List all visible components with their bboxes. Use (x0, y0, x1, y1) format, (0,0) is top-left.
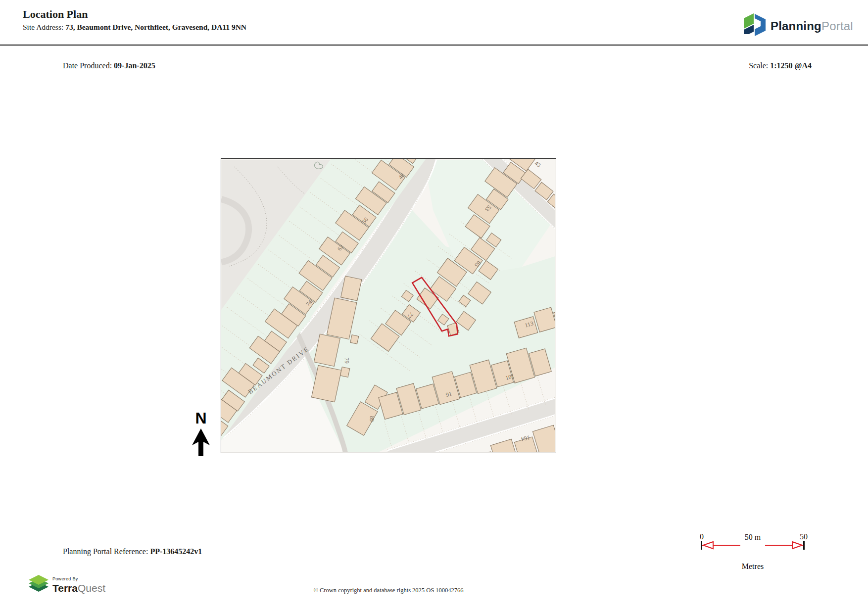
powered-by-label: Powered By (52, 577, 105, 581)
site-address-value: 73, Beaumont Drive, Northfleet, Gravesen… (65, 23, 246, 31)
os-map: 4856627453657779899110111316443BEAUMONT … (221, 159, 555, 452)
scale-arrow-left (703, 542, 713, 549)
scale-arrow-right (792, 542, 802, 549)
header-divider (0, 45, 868, 46)
location-plan-page: Location Plan Site Address: 73, Beaumont… (0, 0, 868, 614)
planning-portal-wordmark: PlanningPortal (771, 19, 853, 33)
scale-bar: 0 50 50 m Metres (697, 532, 816, 575)
site-address-label: Site Address: (23, 23, 65, 31)
map-scale: Scale: 1:1250 @A4 (749, 61, 812, 70)
scale-units: Metres (742, 562, 764, 570)
os-copyright: © Crown copyright and database rights 20… (221, 587, 556, 594)
page-title: Location Plan (23, 8, 88, 21)
site-address: Site Address: 73, Beaumont Drive, Northf… (23, 23, 246, 32)
location-plan-map: 4856627453657779899110111316443BEAUMONT … (221, 158, 556, 453)
date-value: 09-Jan-2025 (114, 61, 155, 70)
scale-value: 1:1250 @A4 (770, 61, 812, 70)
planning-reference: Planning Portal Reference: PP-13645242v1 (63, 547, 202, 556)
north-arrow-glyph (192, 428, 210, 456)
planning-portal-logo: PlanningPortal (743, 13, 853, 40)
scale-zero: 0 (700, 532, 704, 541)
terraquest-wordmark: Powered By TerraQuest (52, 577, 105, 593)
north-label: N (195, 409, 206, 427)
house-number-label: 79 (343, 358, 350, 364)
planning-portal-logo-icon (743, 13, 766, 40)
terraquest-logo: Powered By TerraQuest (29, 575, 105, 595)
north-arrow: N (186, 409, 216, 456)
terraquest-logo-icon (29, 575, 48, 595)
scale-fifty: 50 (800, 532, 808, 541)
house-number-label: 89 (368, 416, 375, 422)
date-produced: Date Produced: 09-Jan-2025 (63, 61, 155, 70)
planning-reference-value: PP-13645242v1 (150, 547, 202, 556)
scale-mid-label: 50 m (745, 533, 761, 541)
